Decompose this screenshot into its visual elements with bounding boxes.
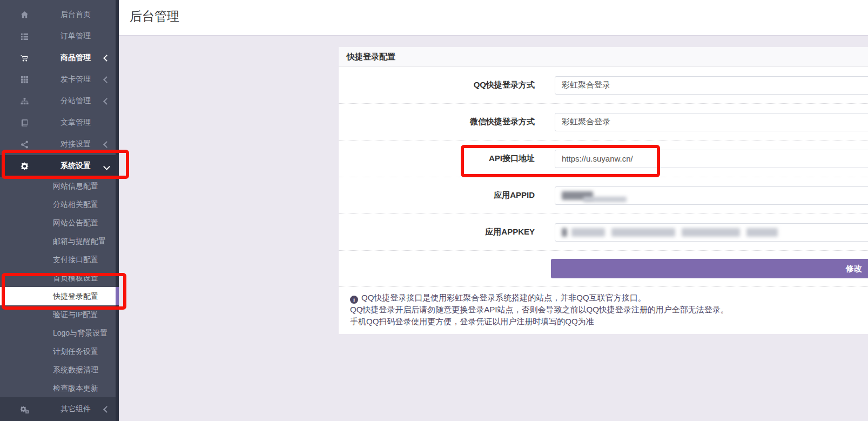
sidebar-item-products[interactable]: 商品管理 bbox=[0, 47, 119, 69]
grid-icon bbox=[18, 76, 30, 84]
admin-screen: 后台首页 订单管理 商品管理 发卡管理 分站管理 bbox=[0, 0, 868, 421]
home-icon bbox=[18, 11, 30, 19]
api-url-input[interactable]: https://u.suyanw.cn/ bbox=[555, 150, 868, 168]
qq-login-select[interactable]: 彩虹聚合登录 bbox=[555, 76, 868, 95]
note-line: 手机QQ扫码登录使用更方便，登录凭证以用户注册时填写的QQ为准 bbox=[350, 316, 868, 328]
wechat-login-select[interactable]: 彩虹聚合登录 bbox=[555, 113, 868, 131]
appid-input[interactable] bbox=[555, 186, 868, 205]
form-row-appid: 应用APPID bbox=[339, 177, 868, 214]
sidebar-item-home[interactable]: 后台首页 bbox=[0, 4, 119, 25]
sidebar-item-orders[interactable]: 订单管理 bbox=[0, 25, 119, 47]
panel-notes: iQQ快捷登录接口是使用彩虹聚合登录系统搭建的站点，并非QQ互联官方接口。 QQ… bbox=[339, 286, 868, 334]
sidebar-item-label: 订单管理 bbox=[60, 31, 91, 41]
cart-icon bbox=[18, 54, 30, 62]
redacted-value bbox=[583, 197, 627, 202]
submenu-item-home-template[interactable]: 首页模板设置 bbox=[0, 269, 119, 287]
sidebar-item-label: 系统设置 bbox=[60, 161, 91, 171]
submenu-item-payment-api[interactable]: 支付接口配置 bbox=[0, 250, 119, 269]
appkey-label: 应用APPKEY bbox=[339, 227, 535, 237]
form-row-appkey: 应用APPKEY bbox=[339, 214, 868, 251]
sidebar-item-label: 商品管理 bbox=[60, 53, 91, 63]
submenu-item-site-announcement[interactable]: 网站公告配置 bbox=[0, 213, 119, 232]
submenu-item-check-update[interactable]: 检查版本更新 bbox=[0, 379, 119, 397]
note-line: iQQ快捷登录接口是使用彩虹聚合登录系统搭建的站点，并非QQ互联官方接口。 bbox=[350, 292, 868, 304]
sidebar-item-cards[interactable]: 发卡管理 bbox=[0, 69, 119, 90]
sidebar-item-system-settings[interactable]: 系统设置 bbox=[0, 155, 119, 177]
qq-login-label: QQ快捷登录方式 bbox=[339, 80, 535, 90]
submenu-item-scheduled-tasks[interactable]: 计划任务设置 bbox=[0, 342, 119, 360]
redacted-value bbox=[611, 228, 675, 237]
submenu-item-quick-login[interactable]: 快捷登录配置 bbox=[0, 287, 119, 305]
chevron-left-icon bbox=[103, 76, 110, 83]
api-url-label: API接口地址 bbox=[339, 153, 535, 164]
info-circle-icon: i bbox=[350, 296, 358, 304]
cogs-icon bbox=[17, 405, 31, 413]
top-header: 后台管理 bbox=[119, 0, 868, 36]
sitemap-icon bbox=[18, 97, 30, 105]
form-row-qq-login: QQ快捷登录方式 彩虹聚合登录 bbox=[339, 67, 868, 104]
share-icon bbox=[18, 141, 30, 149]
sidebar-item-label: 后台首页 bbox=[60, 10, 91, 19]
sidebar-item-label: 发卡管理 bbox=[60, 75, 91, 84]
note-text: QQ快捷登录接口是使用彩虹聚合登录系统搭建的站点，并非QQ互联官方接口。 bbox=[361, 293, 646, 302]
form-actions: 修改 bbox=[339, 251, 868, 286]
sidebar-item-articles[interactable]: 文章管理 bbox=[0, 112, 119, 133]
redacted-value bbox=[746, 228, 778, 237]
chevron-left-icon bbox=[103, 406, 110, 413]
chevron-left-icon bbox=[103, 55, 110, 62]
submenu-item-site-info[interactable]: 网站信息配置 bbox=[0, 177, 119, 195]
list-icon bbox=[18, 32, 30, 41]
sidebar-item-label: 其它组件 bbox=[60, 404, 91, 414]
sidebar-item-label: 分站管理 bbox=[60, 96, 91, 106]
sidebar: 后台首页 订单管理 商品管理 发卡管理 分站管理 bbox=[0, 0, 119, 421]
chevron-left-icon bbox=[103, 98, 110, 105]
quick-login-panel: 快捷登录配置 QQ快捷登录方式 彩虹聚合登录 微信快捷登录方式 彩虹聚合登录 A… bbox=[339, 47, 868, 334]
submenu-item-logo-background[interactable]: Logo与背景设置 bbox=[0, 324, 119, 342]
chevron-left-icon bbox=[103, 141, 110, 148]
redacted-value bbox=[562, 228, 567, 237]
submenu-item-mail-reminder[interactable]: 邮箱与提醒配置 bbox=[0, 232, 119, 250]
panel-title: 快捷登录配置 bbox=[339, 47, 868, 67]
book-icon bbox=[18, 119, 30, 127]
modify-button[interactable]: 修改 bbox=[551, 259, 868, 278]
submenu-item-verify-ip[interactable]: 验证与IP配置 bbox=[0, 305, 119, 324]
sidebar-item-substations[interactable]: 分站管理 bbox=[0, 90, 119, 112]
submenu-item-substation-related[interactable]: 分站相关配置 bbox=[0, 195, 119, 213]
chevron-down-icon bbox=[103, 163, 110, 170]
system-settings-submenu: 网站信息配置 分站相关配置 网站公告配置 邮箱与提醒配置 支付接口配置 首页模板… bbox=[0, 177, 119, 397]
redacted-value bbox=[571, 228, 605, 237]
form-row-api-url: API接口地址 https://u.suyanw.cn/ bbox=[339, 141, 868, 177]
gear-icon bbox=[18, 162, 30, 170]
sidebar-item-other-components[interactable]: 其它组件 bbox=[0, 397, 119, 421]
form-row-wechat-login: 微信快捷登录方式 彩虹聚合登录 bbox=[339, 104, 868, 141]
appid-label: 应用APPID bbox=[339, 190, 535, 201]
sidebar-item-integration[interactable]: 对接设置 bbox=[0, 133, 119, 155]
page-title: 后台管理 bbox=[130, 8, 179, 25]
appkey-input[interactable] bbox=[555, 223, 868, 242]
submenu-item-data-cleanup[interactable]: 系统数据清理 bbox=[0, 360, 119, 379]
wechat-login-label: 微信快捷登录方式 bbox=[339, 117, 535, 127]
sidebar-item-label: 对接设置 bbox=[60, 139, 91, 149]
note-line: QQ快捷登录开启后请勿随意更换登录API站点，否则会导致之前以QQ快捷登录注册的… bbox=[350, 304, 868, 316]
sidebar-item-label: 文章管理 bbox=[60, 118, 91, 128]
redacted-value bbox=[682, 228, 740, 237]
